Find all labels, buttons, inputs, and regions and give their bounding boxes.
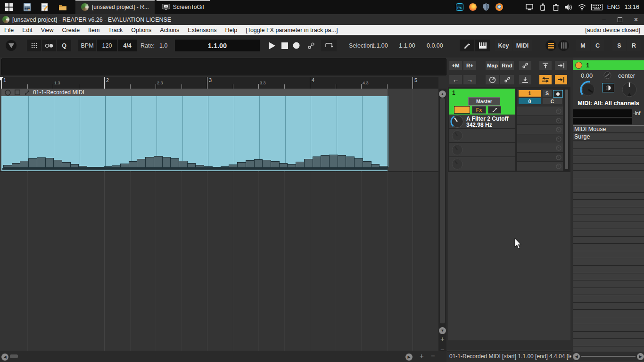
item-mute-icon[interactable] — [5, 90, 11, 96]
bpm-value-field[interactable]: 120 — [97, 40, 117, 51]
master-send-button[interactable]: Master — [468, 97, 500, 106]
media-item-body[interactable] — [1, 96, 388, 171]
move-to-end-button[interactable] — [555, 61, 567, 70]
scroll-down-button[interactable]: ▼ — [439, 327, 446, 334]
item-pool-icon[interactable] — [25, 90, 30, 95]
keyboard-tray-icon[interactable] — [591, 3, 603, 11]
virtual-keyboard-button[interactable] — [475, 40, 490, 51]
selection-length[interactable]: 0.0.00 — [427, 42, 443, 49]
add-region-button[interactable]: R+ — [463, 61, 476, 70]
link-tempo-button[interactable] — [304, 40, 318, 51]
pan-knob[interactable] — [620, 80, 639, 99]
go-to-end-button[interactable] — [555, 75, 567, 84]
horizontal-zoom-in-button[interactable]: + — [418, 352, 426, 360]
calculator-icon[interactable] — [18, 0, 36, 14]
menu-item-view[interactable]: View — [37, 25, 58, 35]
close-button[interactable]: × — [628, 14, 644, 25]
media-item-header[interactable]: 01-1-Recorded MIDI — [1, 89, 388, 96]
notepad-icon[interactable] — [36, 0, 54, 14]
usb-device-tray-icon[interactable] — [538, 3, 547, 11]
menu-item-help[interactable]: Help — [221, 25, 241, 35]
scroll-up-button[interactable]: ▲ — [439, 90, 446, 98]
repeat-button[interactable] — [321, 40, 337, 51]
mixer-layout-button[interactable] — [558, 40, 569, 51]
record-monitor-button[interactable] — [602, 83, 614, 92]
dock-button[interactable] — [519, 75, 531, 84]
maximize-button[interactable] — [612, 14, 628, 25]
clock[interactable]: 13:16 — [625, 4, 639, 10]
solo-button[interactable]: S — [543, 90, 552, 97]
routing-scroll-thumb[interactable] — [565, 90, 568, 169]
knob-mode-button[interactable] — [486, 75, 499, 84]
task-reaper[interactable]: [unsaved project] - R... — [75, 0, 155, 14]
track-1-header[interactable]: 1 Master Fx — [449, 89, 515, 115]
timeline-ruler[interactable]: 123451.32.33.34.3 — [0, 77, 438, 89]
browser-tray-icon[interactable] — [495, 3, 504, 11]
reaper-menu-button[interactable] — [6, 40, 17, 51]
menu-item-edit[interactable]: Edit — [18, 25, 37, 35]
fx-param-row-empty[interactable] — [449, 157, 515, 171]
knob-mode-icon[interactable] — [603, 71, 611, 79]
menu-item-extensions[interactable]: Extensions — [183, 25, 221, 35]
time-signature-field[interactable]: 4/4 — [118, 40, 137, 51]
channel-count-button[interactable]: 0 — [519, 98, 541, 104]
next-button[interactable]: → — [463, 75, 476, 84]
midi-routing-info[interactable]: MIDI: All: All channels — [573, 100, 644, 107]
add-marker-button[interactable]: +M — [449, 61, 462, 70]
master-center-button[interactable]: C — [591, 40, 604, 51]
selection-start[interactable]: 1.1.00 — [372, 42, 388, 49]
record-arm-button[interactable] — [553, 90, 563, 98]
menu-item-item[interactable]: Item — [84, 25, 104, 35]
master-record-button[interactable]: R — [627, 40, 641, 51]
volume-knob[interactable] — [578, 80, 598, 99]
link-mode-button[interactable] — [500, 75, 514, 84]
wifi-tray-icon[interactable] — [578, 3, 586, 11]
firefox-tray-icon[interactable] — [469, 3, 477, 11]
mixer-track-header[interactable]: 1 — [573, 60, 644, 70]
record-arm-indicator[interactable] — [575, 62, 582, 69]
media-item-recorded-midi[interactable]: 01-1-Recorded MIDI — [1, 89, 388, 171]
master-solo-button[interactable]: S — [612, 40, 626, 51]
grid-settings-button[interactable] — [27, 40, 41, 51]
arrange-horizontal-scrollbar[interactable]: ◀ ▶ + − — [0, 351, 446, 362]
scroll-left-button[interactable]: ◀ — [1, 354, 8, 361]
snap-toggle-button[interactable] — [42, 40, 56, 51]
photoshop-tray-icon[interactable]: Ps — [455, 3, 464, 11]
menu-item-track[interactable]: Track — [104, 25, 127, 35]
horizontal-scroll-thumb[interactable] — [10, 354, 18, 358]
mixer-scroll-right[interactable]: ▶ — [637, 353, 644, 360]
menu-item-create[interactable]: Create — [58, 25, 84, 35]
swap-left-button[interactable] — [539, 75, 552, 84]
fx-param-row-empty[interactable] — [449, 143, 515, 157]
task-screentogif[interactable]: ScreenToGif — [157, 0, 210, 14]
monitor-tray-icon[interactable] — [525, 3, 534, 11]
key-button[interactable]: Key — [495, 40, 512, 51]
play-button[interactable] — [265, 40, 278, 51]
shield-tray-icon[interactable] — [482, 3, 490, 11]
menu-item-file[interactable]: File — [0, 25, 18, 35]
map-button[interactable]: Map — [486, 61, 499, 70]
prev-button[interactable]: ← — [449, 75, 462, 84]
playback-position-display[interactable]: 1.1.00 — [175, 40, 260, 51]
track-link-button[interactable] — [488, 106, 501, 114]
arrange-view[interactable]: 01-1-Recorded MIDI — [0, 89, 438, 351]
eject-tray-icon[interactable] — [552, 3, 560, 11]
midi-button[interactable]: MIDI — [513, 40, 532, 51]
item-lock-icon[interactable] — [15, 90, 20, 95]
random-button[interactable]: Rnd — [500, 61, 514, 70]
menu-item-togglefxparame[interactable]: [Toggle FX parameter in track pa...] — [241, 25, 342, 35]
mixer-horizontal-scrollbar[interactable]: ◀ ▶ — [573, 352, 644, 361]
vertical-zoom-in-button[interactable]: + — [438, 335, 446, 343]
arrange-vertical-scrollbar[interactable]: ▲ ▼ + − — [438, 89, 446, 351]
folder-icon[interactable] — [54, 0, 72, 14]
mixer-scroll-left[interactable]: ◀ — [573, 353, 580, 360]
rate-value[interactable]: 1.0 — [159, 42, 167, 49]
move-to-top-button[interactable] — [539, 61, 552, 70]
record-button[interactable] — [290, 40, 302, 51]
fx-slot-midi-mouse[interactable]: MIDI Mouse — [573, 125, 644, 133]
horizontal-zoom-button[interactable]: ▶ — [405, 354, 413, 361]
selection-end[interactable]: 1.1.00 — [399, 42, 415, 49]
menu-item-options[interactable]: Options — [127, 25, 156, 35]
horizontal-zoom-out-button[interactable]: − — [429, 352, 437, 360]
pan-readout[interactable]: center — [618, 72, 635, 79]
